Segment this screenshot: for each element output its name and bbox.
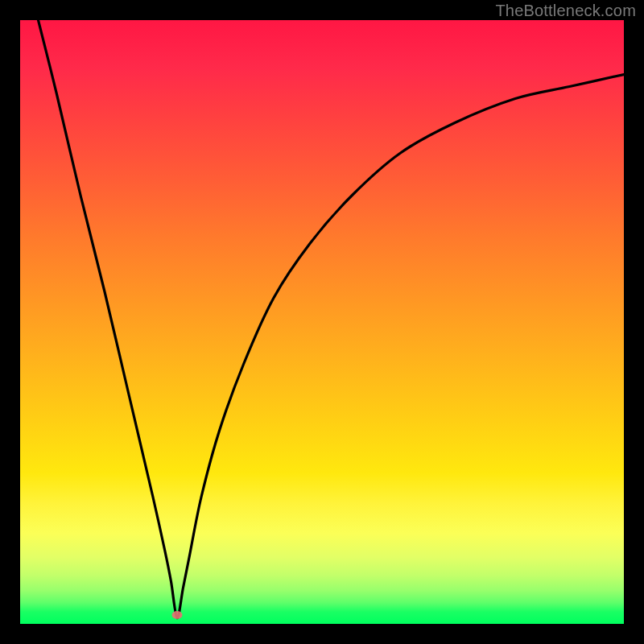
bottleneck-curve <box>20 20 624 624</box>
minimum-marker-icon <box>172 611 183 619</box>
watermark-text: TheBottleneck.com <box>495 2 636 20</box>
chart-frame: TheBottleneck.com <box>0 0 644 644</box>
gradient-plot-area <box>20 20 624 624</box>
